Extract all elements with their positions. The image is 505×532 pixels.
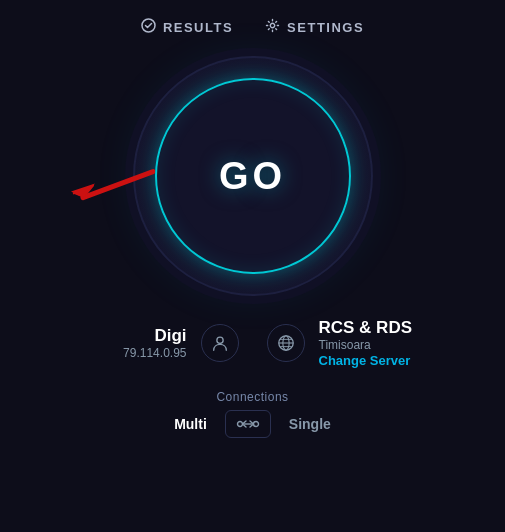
settings-nav-item[interactable]: SETTINGS [265,18,364,36]
red-arrow [65,162,155,210]
results-nav-item[interactable]: RESULTS [141,18,233,36]
svg-point-1 [270,23,274,27]
go-button[interactable]: GO [219,155,286,198]
user-icon-circle[interactable] [201,324,239,362]
multi-option[interactable]: Multi [174,416,207,432]
speedtest-go-area: GO [133,56,373,296]
change-server-link[interactable]: Change Server [319,353,411,368]
server-name: RCS & RDS [319,318,413,338]
svg-point-10 [237,422,242,427]
connections-toggle: Multi Single [174,410,331,438]
user-icon [211,334,229,352]
connections-row: Connections Multi Single [0,390,505,438]
results-label: RESULTS [163,20,233,35]
server-city: Timisoara [319,338,371,352]
single-option[interactable]: Single [289,416,331,432]
results-icon [141,18,156,36]
svg-point-4 [216,337,222,343]
connections-label: Connections [216,390,288,404]
settings-icon [265,18,280,36]
server-info: RCS & RDS Timisoara Change Server [319,318,466,368]
ip-address: 79.114.0.95 [123,346,186,360]
info-row: Digi 79.114.0.95 RCS & RDS Timisoara Cha… [0,318,505,368]
svg-point-11 [253,422,258,427]
isp-info: Digi 79.114.0.95 [40,326,187,360]
settings-label: SETTINGS [287,20,364,35]
connections-switch-icon [236,416,260,432]
top-nav: RESULTS SETTINGS [0,0,505,46]
globe-icon [277,334,295,352]
isp-name: Digi [154,326,186,346]
connections-icon-box[interactable] [225,410,271,438]
globe-icon-circle[interactable] [267,324,305,362]
